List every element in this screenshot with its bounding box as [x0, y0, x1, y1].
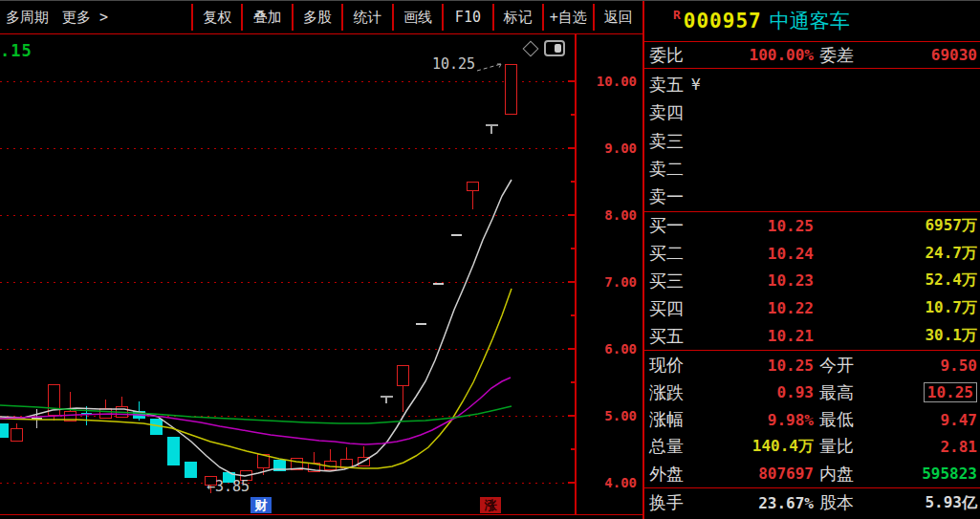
candle-body [257, 454, 270, 468]
buy-levels: 买一 10.25 6957万 买二 10.24 24.7万 买三 10.23 5… [644, 212, 980, 350]
candle-cross-bar [32, 418, 42, 420]
ma-value-corner-label: .15 [0, 41, 33, 60]
turnover-rate: 23.67% [711, 494, 814, 512]
toolbar-button-diejia[interactable]: 叠加 [241, 4, 291, 31]
weibi-value: 100.00% [711, 46, 814, 64]
candle-body [48, 384, 60, 416]
stats-block: 现价 10.25 今开 9.50 涨跌 0.93 最高 10.25 涨幅 9.9… [644, 352, 980, 487]
price-axis: 10.009.008.007.006.005.004.00 [575, 34, 644, 515]
axis-minor-tick [571, 114, 576, 116]
ma-yellow [0, 289, 512, 468]
volume-ratio: 2.81 [872, 438, 977, 456]
price-axis-label: 8.00 [584, 207, 637, 223]
buy-row-2[interactable]: 买二 10.24 24.7万 [644, 240, 980, 268]
candle-body [324, 461, 337, 470]
candle-tee-stem [385, 396, 387, 403]
stat-row-volume-ratio: 总量 140.4万 量比 2.81 [644, 433, 980, 460]
candle-body [0, 423, 9, 438]
share-capital: 5.93亿 [872, 493, 977, 513]
axis-tick [568, 482, 576, 484]
price-axis-label: 7.00 [584, 274, 637, 290]
high-annotation-arrow [477, 64, 501, 71]
sell-levels: 卖五 ¥ 卖四 卖三 卖二 卖一 [644, 71, 980, 211]
price-axis-label: 9.00 [584, 141, 637, 156]
toolbar-button-tongji[interactable]: 统计 [341, 4, 391, 31]
toolbar-left-group: 多周期 更多 > [6, 1, 108, 33]
weicha-value: 69030 [872, 46, 977, 64]
toolbar-button-fanhui[interactable]: 返回 [593, 4, 642, 31]
finance-report-badge[interactable]: 财 [250, 497, 272, 513]
axis-tick [568, 147, 576, 149]
buy-row-1[interactable]: 买一 10.25 6957万 [644, 212, 980, 240]
price-axis-label: 5.00 [584, 408, 637, 423]
candle-body [505, 64, 517, 115]
candle-body [291, 458, 303, 470]
sell-row-1[interactable]: 卖一 [644, 184, 980, 211]
limit-up-badge[interactable]: 涨 [480, 497, 501, 513]
open-price: 9.50 [872, 357, 977, 375]
candle-body [467, 182, 479, 191]
menu-multi-period[interactable]: 多周期 [6, 9, 49, 27]
candle-body [167, 437, 180, 465]
weibi-label: 委比 [644, 44, 684, 67]
toolbar-button-f10[interactable]: F10 [442, 4, 491, 31]
candle-body [133, 411, 145, 419]
toolbar-button-biaoji[interactable]: 标记 [492, 4, 542, 31]
toolbar-button-duogu[interactable]: 多股 [292, 4, 341, 31]
stock-header: R 000957 中通客车 [644, 0, 980, 41]
chart-plot[interactable]: .15 10.25←3.85财涨 [0, 34, 575, 515]
stat-row-change-high: 涨跌 0.93 最高 10.25 [644, 378, 980, 405]
toolbar-buttons: 复权 叠加 多股 统计 画线 F10 标记 +自选 返回 [191, 4, 642, 31]
sell-row-2[interactable]: 卖二 [644, 155, 980, 183]
toolbar-button-huaxian[interactable]: 画线 [392, 4, 442, 31]
low-price-annotation: ←3.85 [207, 478, 250, 495]
low-price: 9.47 [872, 411, 977, 429]
stock-name: 中通客车 [770, 8, 850, 34]
buy-row-4[interactable]: 买四 10.22 10.7万 [644, 294, 980, 322]
toolbar-button-fuquan[interactable]: 复权 [191, 4, 241, 31]
axis-minor-tick [571, 381, 576, 383]
candle-body [150, 419, 163, 435]
panel-toggle-icon[interactable] [544, 40, 565, 56]
axis-tick [568, 415, 576, 417]
sell-row-4[interactable]: 卖四 [644, 98, 980, 126]
axis-tick [568, 281, 576, 283]
diamond-marker-icon[interactable] [523, 41, 539, 57]
high-price: 10.25 [924, 382, 977, 402]
total-volume: 140.4万 [711, 437, 814, 457]
outer-lots: 807697 [711, 465, 814, 483]
candle-body [273, 460, 286, 471]
menu-more[interactable]: 更多 > [62, 9, 108, 27]
candle-body [185, 462, 197, 478]
candle-body [358, 457, 370, 466]
price-gridline [0, 282, 575, 283]
trading-terminal: 多周期 更多 > 复权 叠加 多股 统计 画线 F10 标记 +自选 返回 .1… [0, 0, 980, 519]
candle-body [64, 411, 76, 422]
candle-cross-bar [81, 413, 92, 415]
candle-dash [451, 234, 462, 236]
buy-row-3[interactable]: 买三 10.23 52.4万 [644, 268, 980, 295]
toolbar-button-zixuan[interactable]: +自选 [542, 4, 592, 31]
axis-minor-tick [571, 181, 576, 183]
candle-dash [416, 323, 426, 325]
sell-row-5[interactable]: 卖五 ¥ [644, 71, 980, 98]
price-gridline [0, 148, 575, 149]
price-gridline [0, 215, 575, 216]
candle-body [116, 406, 128, 418]
candle-body [397, 365, 409, 386]
current-price: 10.25 [711, 357, 814, 375]
candle-body [11, 428, 23, 442]
price-gridline [0, 483, 575, 484]
stat-row-turnover-shares: 换手 23.67% 股本 5.93亿 [644, 488, 980, 517]
stat-row-pct-low: 涨幅 9.98% 最低 9.47 [644, 406, 980, 433]
quote-panel: R 000957 中通客车 委比 100.00% 委差 69030 卖五 ¥ 卖… [642, 0, 980, 519]
axis-minor-tick [571, 314, 576, 316]
margin-flag: R [673, 8, 681, 22]
price-gridline [0, 81, 575, 82]
axis-tick [568, 214, 576, 216]
stat-row-price-open: 现价 10.25 今开 9.50 [644, 352, 980, 378]
axis-minor-tick [571, 448, 576, 450]
buy-row-5[interactable]: 买五 10.21 30.1万 [644, 322, 980, 350]
stat-row-outer-inner: 外盘 807697 内盘 595823 [644, 461, 980, 487]
sell-row-3[interactable]: 卖三 [644, 127, 980, 155]
